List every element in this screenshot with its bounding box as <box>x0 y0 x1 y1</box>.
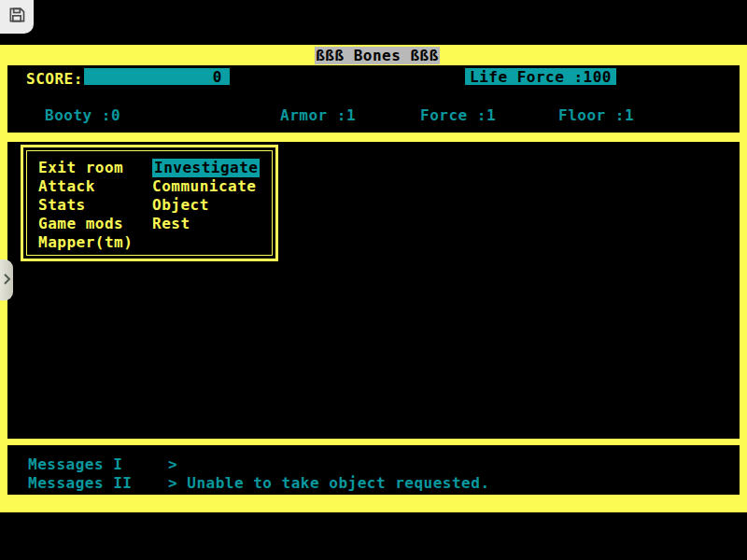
save-button[interactable] <box>0 0 34 34</box>
stat-floor: Floor :1 <box>558 106 634 124</box>
menu-item-mapper[interactable]: Mapper(tm) <box>38 233 133 252</box>
menu-item-rest[interactable]: Rest <box>152 215 260 233</box>
menu-item-exit-room[interactable]: Exit room <box>38 159 133 177</box>
menu-column-right: Investigate Communicate Object Rest <box>152 159 260 233</box>
game-screen: ßßß Bones ßßß SCORE: 0 Life Force :100 B… <box>0 0 747 560</box>
life-force-value: Life Force :100 <box>470 68 612 86</box>
menu-item-object[interactable]: Object <box>152 196 260 215</box>
save-icon <box>7 6 26 28</box>
stat-booty: Booty :0 <box>45 106 120 124</box>
score-value: 0 <box>213 68 222 86</box>
messages-1-prompt: > <box>168 455 177 473</box>
menu-item-stats[interactable]: Stats <box>38 196 133 215</box>
life-force-badge: Life Force :100 <box>465 68 616 85</box>
score-bar: 0 <box>84 68 230 85</box>
stat-force: Force :1 <box>420 106 496 124</box>
menu-item-attack[interactable]: Attack <box>38 177 133 196</box>
chevron-right-icon <box>3 272 11 289</box>
score-label: SCORE: <box>26 70 83 88</box>
action-menu-inner: Exit room Attack Stats Game mods Mapper(… <box>26 150 273 256</box>
messages-2-text: > Unable to take object requested. <box>168 474 490 492</box>
main-panel: Exit room Attack Stats Game mods Mapper(… <box>7 142 740 439</box>
messages-2-label: Messages II <box>28 474 132 492</box>
stat-armor: Armor :1 <box>280 106 356 124</box>
menu-item-communicate[interactable]: Communicate <box>152 177 260 196</box>
messages-panel: Messages I > Messages II > Unable to tak… <box>7 445 740 495</box>
title-bar: ßßß Bones ßßß <box>315 47 440 64</box>
menu-column-left: Exit room Attack Stats Game mods Mapper(… <box>38 159 133 252</box>
messages-1-label: Messages I <box>28 455 122 473</box>
side-drawer-handle[interactable] <box>0 259 13 301</box>
game-frame: ßßß Bones ßßß SCORE: 0 Life Force :100 B… <box>0 45 747 512</box>
game-title: ßßß Bones ßßß <box>316 47 439 64</box>
stats-panel: SCORE: 0 Life Force :100 Booty :0 Armor … <box>7 65 740 133</box>
menu-item-game-mods[interactable]: Game mods <box>38 215 133 233</box>
menu-item-investigate[interactable]: Investigate <box>152 159 260 177</box>
action-menu: Exit room Attack Stats Game mods Mapper(… <box>21 145 278 261</box>
